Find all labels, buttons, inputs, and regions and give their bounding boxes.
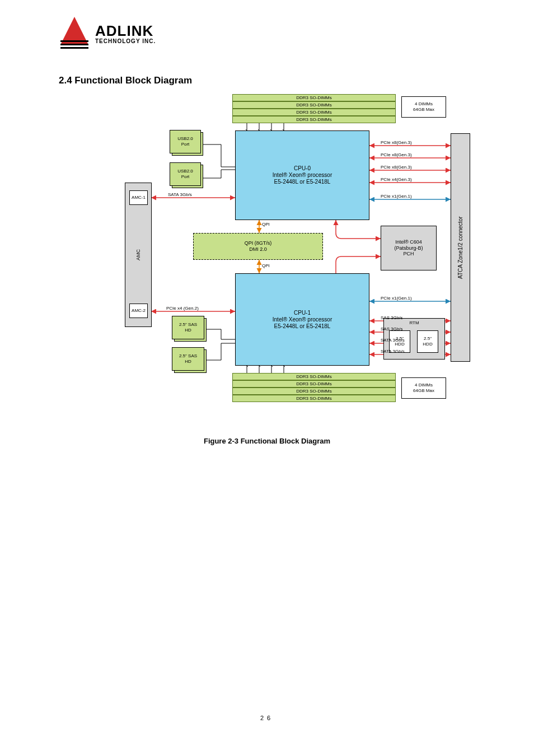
cpu0: CPU-0 Intel® Xeon® processor E5-2448L or… <box>235 130 369 220</box>
ddr-bot-note: 4 DIMMs 64GB Max <box>401 377 446 399</box>
bus-pcie-x4: PCIe x4(Gen.3) <box>381 177 412 182</box>
cpu1: CPU-1 Intel® Xeon® processor E5-2448L or… <box>235 273 369 366</box>
figure-caption: Figure 2-3 Functional Block Diagram <box>0 437 534 445</box>
pch: Intel® C604 (Patsburg-B) PCH <box>381 226 437 270</box>
bus-sata-rtm-b: SATA 3Gb/s <box>381 349 405 354</box>
logo-base <box>60 40 88 50</box>
ddr-bot-1: DDR3 SO-DIMMs <box>232 380 396 388</box>
ddr-top-2: DDR3 SO-DIMMs <box>232 109 396 116</box>
dmi-label: DMI 2.0 <box>249 246 267 253</box>
amc-2: AMC-2 <box>129 304 148 318</box>
sas-hd-0: 2.5" SAS HD <box>172 316 204 339</box>
qpi-mid-label-2: QPI <box>262 263 270 268</box>
bus-pcie-x1: PCIe x1(Gen.1) <box>381 194 412 199</box>
logo-title: ADLINK <box>95 22 153 40</box>
ddr-bot-3: DDR3 SO-DIMMs <box>232 395 396 402</box>
bus-pcie-x1-b: PCIe x1(Gen.1) <box>381 296 412 301</box>
bus-sas-b: SAS 3Gb/s <box>381 326 403 332</box>
rtm-hd-2: 2.5" HDD <box>417 330 438 353</box>
usb1-l1: USB2.0 <box>177 169 193 174</box>
ddr-top-3: DDR3 SO-DIMMs <box>232 116 396 123</box>
bus-pcie-x8-1: PCIe x8(Gen.3) <box>381 140 412 145</box>
ddr-top-1: DDR3 SO-DIMMs <box>232 101 396 109</box>
logo-subtitle: TECHNOLOGY INC. <box>95 38 156 44</box>
ddr-bot-0: DDR3 SO-DIMMs <box>232 373 396 380</box>
usb-port-1: USB2.0 Port <box>170 162 201 186</box>
ddr-top-note: 4 DIMMs 64GB Max <box>401 96 446 118</box>
bus-sas-a: SAS 3Gb/s <box>381 315 403 320</box>
bus-sata-rtm-a: SATA 3Gb/s <box>381 338 405 343</box>
qpi-mid-label: QPI <box>262 222 270 227</box>
usb-port-0: USB2.0 Port <box>170 130 201 153</box>
bus-pcie-x8-2: PCIe x8(Gen.3) <box>381 152 412 157</box>
bus-pcie-x8-3: PCIe x8(Gen.3) <box>381 165 412 170</box>
sas-hd-1: 2.5" SAS HD <box>172 347 204 371</box>
page-number: 26 <box>0 715 534 721</box>
block-diagram: DDR3 SO-DIMMs DDR3 SO-DIMMs DDR3 SO-DIMM… <box>59 94 479 430</box>
qpi-dmi-box: QPI (8GT/s) DMI 2.0 <box>193 233 323 260</box>
amc-1: AMC-1 <box>129 190 148 205</box>
usb1-l2: Port <box>181 174 190 180</box>
ddr-top-0: DDR3 SO-DIMMs <box>232 94 396 101</box>
ddr-bot-2: DDR3 SO-DIMMs <box>232 388 396 395</box>
amc-title: AMC <box>135 249 142 260</box>
section-title: 2.4 Functional Block Diagram <box>59 75 192 86</box>
qpi-label: QPI (8GT/s) <box>245 240 272 246</box>
bus-amc2: PCIe x4 (Gen.2) <box>166 306 199 311</box>
usb0-l1: USB2.0 <box>177 136 193 142</box>
atca-connector: ATCA Zone1/2 connector <box>451 133 470 362</box>
rtm-title: RTM <box>409 320 419 326</box>
usb0-l2: Port <box>181 142 190 147</box>
bus-amc1: SATA 3Gb/s <box>168 192 192 197</box>
